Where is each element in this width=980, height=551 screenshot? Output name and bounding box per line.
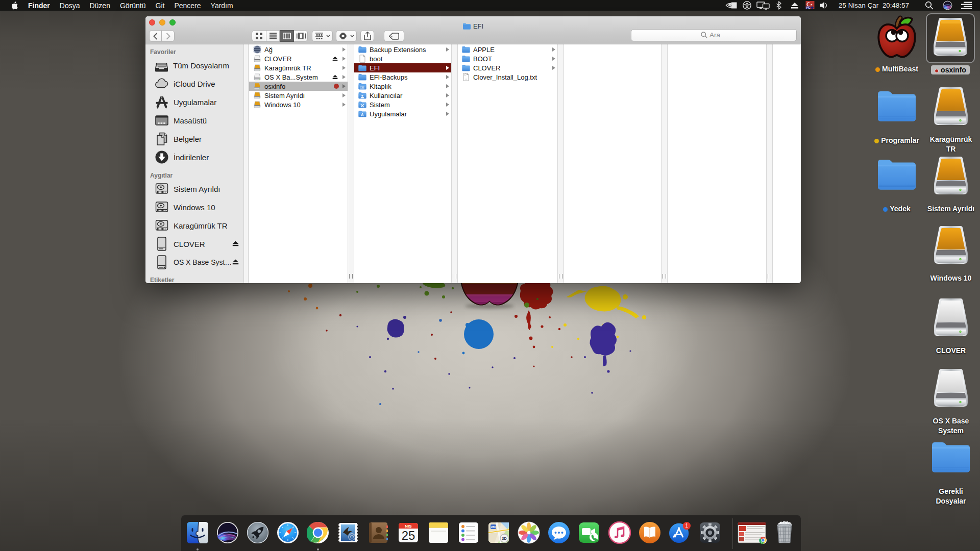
svg-text:25: 25 [402, 529, 415, 542]
svg-text:3D: 3D [502, 536, 507, 541]
svg-text:NIS: NIS [405, 524, 412, 529]
svg-text:280: 280 [491, 525, 496, 529]
svg-text:1: 1 [685, 523, 689, 529]
svg-text:PC: PC [806, 6, 811, 9]
